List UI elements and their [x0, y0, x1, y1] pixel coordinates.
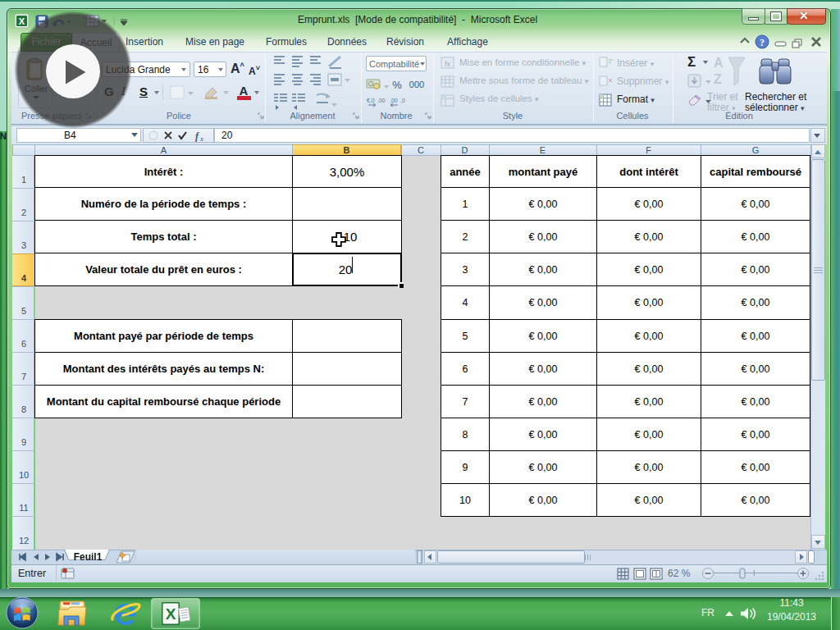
svg-text:000: 000	[409, 80, 424, 89]
svg-text:?: ?	[760, 37, 765, 48]
svg-text:,0: ,0	[400, 98, 405, 103]
svg-text:,00: ,00	[390, 98, 398, 103]
svg-text:€,0: €,0	[367, 98, 375, 103]
svg-text:A: A	[714, 56, 724, 70]
svg-text:fx: fx	[445, 60, 451, 68]
svg-text:Z: Z	[714, 72, 722, 86]
svg-text:%: %	[392, 79, 402, 91]
svg-text:,00: ,00	[377, 98, 386, 103]
svg-text:f: f	[195, 130, 199, 142]
svg-text:X: X	[166, 605, 176, 623]
svg-text:x: x	[199, 135, 203, 142]
svg-text:X: X	[19, 16, 25, 26]
